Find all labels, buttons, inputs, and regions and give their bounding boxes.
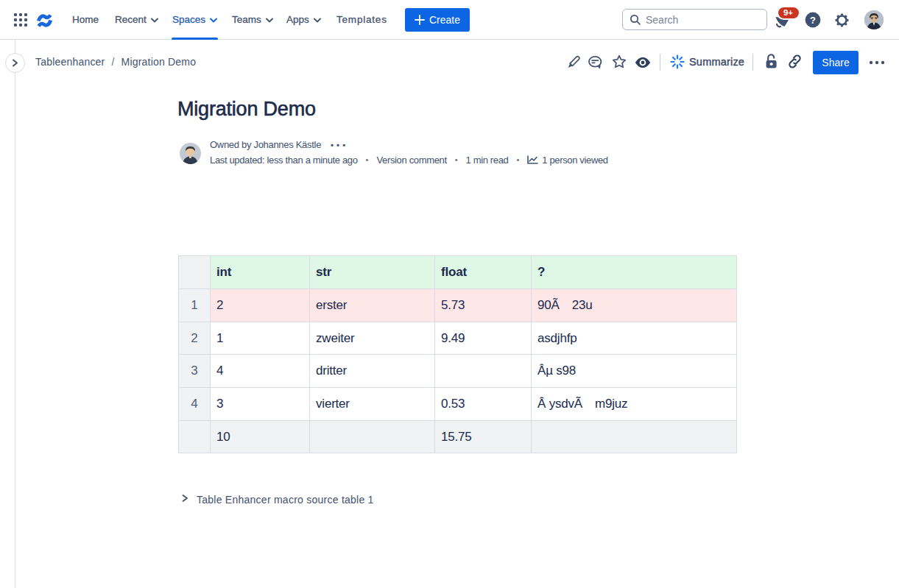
svg-text:?: ? (810, 15, 816, 26)
